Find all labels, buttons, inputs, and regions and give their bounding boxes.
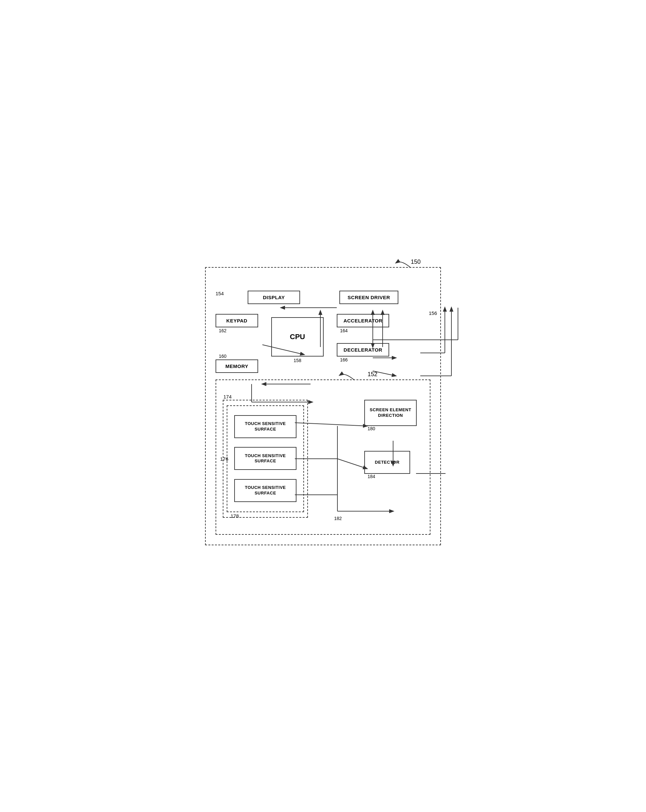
box-174: 174 176 178 TOUCH SENSITIVE SURFACE TOUC… xyxy=(223,400,308,518)
label-174: 174 xyxy=(223,394,232,400)
display-box: DISPLAY xyxy=(248,291,300,304)
memory-box: MEMORY xyxy=(216,359,258,373)
label-184: 184 xyxy=(367,474,417,479)
touch-surface-3: TOUCH SENSITIVE SURFACE xyxy=(234,479,297,502)
screen-element-box: SCREEN ELEMENT DIRECTION xyxy=(364,400,417,426)
label-164: 164 xyxy=(340,328,389,333)
top-row: DISPLAY SCREEN DRIVER 156 xyxy=(216,291,430,304)
lower-content: 174 176 178 TOUCH SENSITIVE SURFACE TOUC… xyxy=(223,393,423,524)
accel-box: ACCELERATOR xyxy=(337,314,389,327)
cpu-box: CPU xyxy=(271,317,324,357)
label-152: 152 xyxy=(367,371,377,378)
accel-wrapper: ACCELERATOR 164 xyxy=(337,314,389,333)
top-section-inner: DISPLAY SCREEN DRIVER 156 KEYPAD 162 160 xyxy=(216,291,430,373)
label-166: 166 xyxy=(340,357,389,362)
label-162: 162 xyxy=(219,328,258,333)
arrow-150-svg xyxy=(395,258,414,269)
keypad-box: KEYPAD xyxy=(216,314,258,327)
top-section: 154 DISPLAY SCREEN DRIVER 156 KEYPAD 162 xyxy=(216,291,430,373)
detector-box: DETECTOR xyxy=(364,451,410,474)
right-col: ACCELERATOR 164 DECELERATOR 166 xyxy=(337,314,389,362)
touch-surface-2: TOUCH SENSITIVE SURFACE xyxy=(234,447,297,470)
label-160: 160 xyxy=(219,354,258,359)
memory-wrapper: 160 MEMORY xyxy=(216,353,258,373)
arrow-152-svg xyxy=(338,370,358,382)
touch-surfaces-col: TOUCH SENSITIVE SURFACE TOUCH SENSITIVE … xyxy=(227,406,303,511)
decel-box: DECELERATOR xyxy=(337,343,389,357)
label-158: 158 xyxy=(294,358,301,363)
screen-element-wrapper: SCREEN ELEMENT DIRECTION 180 xyxy=(364,400,417,431)
mid-row: KEYPAD 162 160 MEMORY CPU 158 xyxy=(216,314,430,373)
diagram-page: 150 154 DISPLAY SCREEN DRIVER 156 xyxy=(195,257,451,555)
keypad-wrapper: KEYPAD 162 xyxy=(216,314,258,333)
svg-line-21 xyxy=(337,459,367,469)
box-176: 176 178 TOUCH SENSITIVE SURFACE TOUCH SE… xyxy=(227,405,304,512)
outer-box-150: 150 154 DISPLAY SCREEN DRIVER 156 xyxy=(205,267,441,545)
cpu-wrapper: CPU 158 xyxy=(271,317,324,363)
left-col: KEYPAD 162 160 MEMORY xyxy=(216,314,258,373)
detector-wrapper: DETECTOR 184 xyxy=(364,451,417,479)
decel-wrapper: DECELERATOR 166 xyxy=(337,343,389,362)
label-176: 176 xyxy=(220,456,229,461)
label-180: 180 xyxy=(367,426,417,431)
label-182: 182 xyxy=(334,516,342,521)
screen-driver-box: SCREEN DRIVER xyxy=(340,291,398,304)
touch-surface-1: TOUCH SENSITIVE SURFACE xyxy=(234,415,297,438)
lower-box-152: 152 174 176 178 xyxy=(216,380,430,535)
label-178: 178 xyxy=(231,513,239,519)
right-side-boxes: SCREEN ELEMENT DIRECTION 180 DETECTOR 18… xyxy=(364,400,417,479)
